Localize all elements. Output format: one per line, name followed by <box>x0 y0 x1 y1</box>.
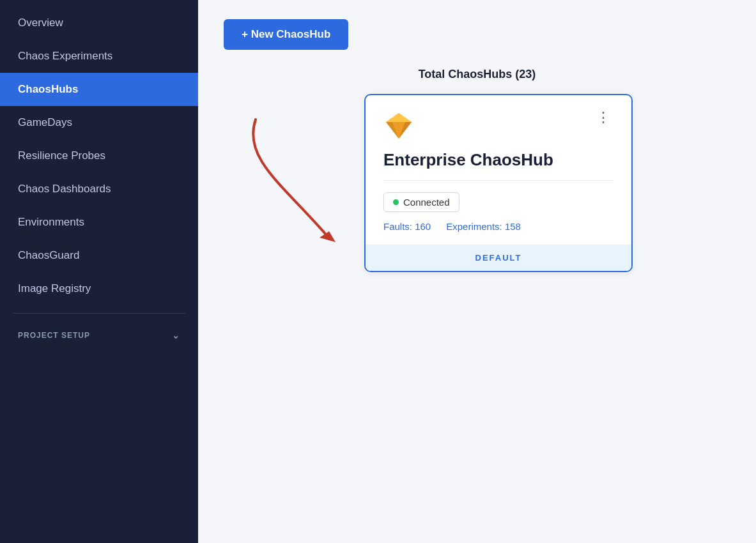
arrow-annotation <box>224 94 364 273</box>
card-stats: Faults: 160 Experiments: 158 <box>383 221 613 232</box>
sidebar-item-chaos-experiments[interactable]: Chaos Experiments <box>0 40 198 73</box>
sidebar-item-overview[interactable]: Overview <box>0 6 198 40</box>
card-header-row: ⋮ <box>383 111 613 141</box>
project-setup-section[interactable]: PROJECT SETUP ⌄ <box>0 321 198 346</box>
sidebar-item-chaos-dashboards[interactable]: Chaos Dashboards <box>0 172 198 206</box>
card-body: ⋮ Enterprise ChaosHub Connected Faults: … <box>366 95 631 245</box>
chevron-down-icon: ⌄ <box>172 330 180 340</box>
connected-label: Connected <box>403 197 450 208</box>
content-area: ⋮ Enterprise ChaosHub Connected Faults: … <box>224 94 730 273</box>
card-title: Enterprise ChaosHub <box>383 150 613 170</box>
experiments-link[interactable]: Experiments: 158 <box>446 221 521 232</box>
sidebar-item-chaosguard[interactable]: ChaosGuard <box>0 239 198 272</box>
enterprise-chaoshub-card: ⋮ Enterprise ChaosHub Connected Faults: … <box>364 94 633 272</box>
more-options-button[interactable]: ⋮ <box>594 111 613 125</box>
sidebar-item-chaoshubs[interactable]: ChaosHubs <box>0 73 198 106</box>
main-content: + New ChaosHub Total ChaosHubs (23) <box>198 0 756 543</box>
svg-marker-0 <box>320 231 336 242</box>
connected-badge: Connected <box>383 192 459 212</box>
sidebar-item-resilience-probes[interactable]: Resilience Probes <box>0 139 198 172</box>
sidebar-item-environments[interactable]: Environments <box>0 206 198 239</box>
project-setup-label: PROJECT SETUP <box>18 331 90 340</box>
sidebar-item-image-registry[interactable]: Image Registry <box>0 272 198 305</box>
sidebar-divider <box>13 313 185 314</box>
connected-dot-icon <box>393 199 399 205</box>
sidebar-item-gamedays[interactable]: GameDays <box>0 106 198 139</box>
svg-marker-3 <box>386 113 412 122</box>
sidebar: OverviewChaos ExperimentsChaosHubsGameDa… <box>0 0 198 543</box>
diamond-icon <box>383 111 414 141</box>
annotation-arrow-svg <box>230 107 358 260</box>
new-chaoshub-button[interactable]: + New ChaosHub <box>224 19 348 50</box>
card-divider <box>383 180 613 181</box>
card-footer-default: DEFAULT <box>366 245 631 271</box>
faults-link[interactable]: Faults: 160 <box>383 221 431 232</box>
total-chaoshubs-title: Total ChaosHubs (23) <box>224 68 730 81</box>
